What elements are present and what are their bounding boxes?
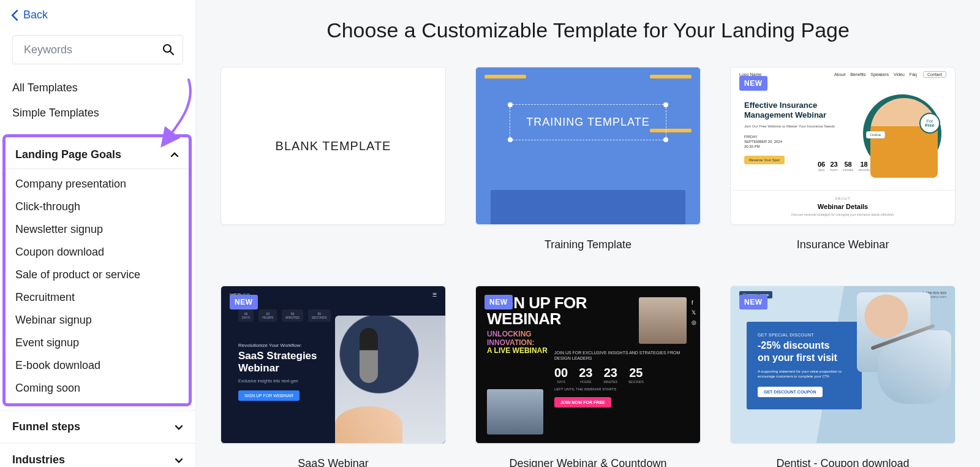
goal-newsletter-signup[interactable]: Newsletter signup bbox=[6, 218, 189, 241]
search-wrapper bbox=[12, 35, 183, 64]
free-badge: ForFree bbox=[919, 113, 940, 134]
hero-image bbox=[335, 316, 445, 443]
instagram-icon: ◎ bbox=[692, 319, 696, 325]
search-icon[interactable] bbox=[162, 44, 175, 58]
back-label: Back bbox=[23, 9, 48, 21]
chevron-down-icon bbox=[175, 423, 183, 431]
section-title: Funnel steps bbox=[12, 420, 80, 433]
search-input[interactable] bbox=[12, 35, 183, 64]
section-industries[interactable]: Industries bbox=[0, 443, 195, 467]
template-card-training: TRAINING TEMPLATE Training Template bbox=[475, 67, 701, 251]
template-bottom-bar bbox=[491, 190, 685, 224]
template-title: Insurance Webinar bbox=[797, 238, 889, 251]
goal-coupon-download[interactable]: Coupon download bbox=[6, 241, 189, 264]
template-thumb-insurance[interactable]: NEW Logo Name AboutBenefitsSpeakersVideo… bbox=[730, 67, 956, 225]
new-badge: NEW bbox=[739, 295, 767, 309]
goal-webinar-signup[interactable]: Webinar signup bbox=[6, 309, 189, 332]
goal-coming-soon[interactable]: Coming soon bbox=[6, 377, 189, 400]
landing-page-goals-highlight: Landing Page Goals Company presentation … bbox=[2, 134, 192, 406]
template-nav: Logo Name AboutBenefitsSpeakersVideoFaq … bbox=[739, 72, 946, 77]
x-icon: 𝕏 bbox=[692, 309, 696, 316]
goal-sale-of-product[interactable]: Sale of product or service bbox=[6, 264, 189, 286]
template-card-insurance: NEW Logo Name AboutBenefitsSpeakersVideo… bbox=[730, 67, 956, 251]
template-thumb-blank[interactable]: BLANK TEMPLATE bbox=[221, 67, 446, 225]
chevron-up-icon bbox=[170, 151, 179, 159]
template-headline-box: TRAINING TEMPLATE bbox=[510, 104, 666, 140]
blank-template-label: BLANK TEMPLATE bbox=[276, 139, 391, 153]
template-title: Training Template bbox=[545, 238, 631, 251]
template-card-saas: NEW WEB:GO☰ 06DAYS 23HOURS 59MINUTES 55S… bbox=[221, 286, 446, 467]
chevron-down-icon bbox=[175, 456, 183, 465]
template-title: Designer Webinar & Countdown bbox=[510, 457, 667, 467]
template-thumb-designer[interactable]: NEW SIGN UP FORWEBINAR UNLOCKINGINNOVATI… bbox=[475, 286, 701, 444]
goal-click-through[interactable]: Click-through bbox=[6, 196, 189, 218]
quicklink-all-templates[interactable]: All Templates bbox=[0, 75, 195, 101]
goal-recruitment[interactable]: Recruitment bbox=[6, 286, 189, 309]
template-card-dentist: NEW Company name +1 888-555-555info@your… bbox=[730, 286, 956, 467]
template-thumb-saas[interactable]: NEW WEB:GO☰ 06DAYS 23HOURS 59MINUTES 55S… bbox=[221, 286, 446, 444]
new-badge: NEW bbox=[739, 76, 767, 91]
section-title: Landing Page Goals bbox=[15, 148, 121, 161]
goal-event-signup[interactable]: Event signup bbox=[6, 332, 189, 354]
online-badge: Online bbox=[866, 131, 885, 139]
photo-area bbox=[851, 286, 955, 443]
new-badge: NEW bbox=[484, 295, 513, 309]
template-card-blank: BLANK TEMPLATE bbox=[221, 67, 446, 251]
photo-icon bbox=[639, 297, 687, 344]
section-funnel-steps[interactable]: Funnel steps bbox=[0, 410, 195, 443]
template-thumb-dentist[interactable]: NEW Company name +1 888-555-555info@your… bbox=[730, 286, 956, 444]
template-title: Dentist - Coupon download bbox=[776, 457, 909, 467]
template-grid: BLANK TEMPLATE TRAINING TEMPLATE Trainin… bbox=[221, 67, 956, 467]
sidebar: Back All Templates Simple Templates Land… bbox=[0, 0, 196, 467]
microphone-icon bbox=[360, 328, 378, 383]
section-title: Industries bbox=[12, 454, 65, 466]
back-button[interactable]: Back bbox=[0, 0, 195, 30]
new-badge: NEW bbox=[230, 295, 258, 309]
template-title: SaaS Webinar bbox=[298, 457, 369, 467]
goal-ebook-download[interactable]: E-book download bbox=[6, 354, 189, 377]
template-thumb-training[interactable]: TRAINING TEMPLATE bbox=[475, 67, 701, 225]
template-card-designer: NEW SIGN UP FORWEBINAR UNLOCKINGINNOVATI… bbox=[475, 286, 701, 467]
social-icons: f𝕏◎ bbox=[692, 300, 696, 325]
main-area: Choose a Customizable Template for Your … bbox=[196, 0, 980, 467]
divider bbox=[6, 169, 189, 169]
section-landing-page-goals[interactable]: Landing Page Goals bbox=[6, 137, 189, 169]
chevron-left-icon bbox=[11, 10, 18, 21]
page-title: Choose a Customizable Template for Your … bbox=[221, 0, 956, 67]
svg-point-0 bbox=[164, 45, 171, 52]
quicklink-simple-templates[interactable]: Simple Templates bbox=[0, 101, 195, 126]
facebook-icon: f bbox=[692, 300, 696, 306]
hand-icon bbox=[335, 406, 402, 443]
goal-company-presentation[interactable]: Company presentation bbox=[6, 173, 189, 196]
photo-icon bbox=[487, 389, 543, 435]
menu-icon: ☰ bbox=[432, 292, 437, 298]
